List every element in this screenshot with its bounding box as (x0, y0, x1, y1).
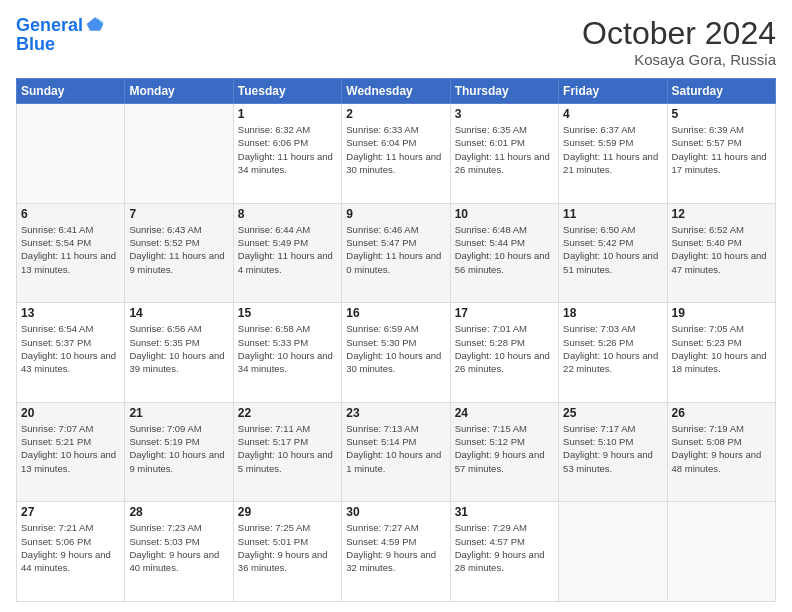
calendar-cell: 4Sunrise: 6:37 AMSunset: 5:59 PMDaylight… (559, 104, 667, 204)
day-number: 18 (563, 306, 662, 320)
day-info: Sunrise: 6:39 AMSunset: 5:57 PMDaylight:… (672, 123, 771, 176)
day-info: Sunrise: 7:03 AMSunset: 5:26 PMDaylight:… (563, 322, 662, 375)
day-info: Sunrise: 7:15 AMSunset: 5:12 PMDaylight:… (455, 422, 554, 475)
logo-icon (85, 14, 105, 34)
calendar-cell: 18Sunrise: 7:03 AMSunset: 5:26 PMDayligh… (559, 303, 667, 403)
day-info: Sunrise: 6:50 AMSunset: 5:42 PMDaylight:… (563, 223, 662, 276)
day-number: 5 (672, 107, 771, 121)
day-info: Sunrise: 6:43 AMSunset: 5:52 PMDaylight:… (129, 223, 228, 276)
day-number: 29 (238, 505, 337, 519)
col-tuesday: Tuesday (233, 79, 341, 104)
col-thursday: Thursday (450, 79, 558, 104)
day-number: 2 (346, 107, 445, 121)
day-info: Sunrise: 6:32 AMSunset: 6:06 PMDaylight:… (238, 123, 337, 176)
day-number: 21 (129, 406, 228, 420)
calendar-cell (559, 502, 667, 602)
day-number: 7 (129, 207, 228, 221)
day-number: 26 (672, 406, 771, 420)
calendar-body: 1Sunrise: 6:32 AMSunset: 6:06 PMDaylight… (17, 104, 776, 602)
col-monday: Monday (125, 79, 233, 104)
calendar-cell (17, 104, 125, 204)
day-number: 30 (346, 505, 445, 519)
col-sunday: Sunday (17, 79, 125, 104)
day-info: Sunrise: 6:48 AMSunset: 5:44 PMDaylight:… (455, 223, 554, 276)
calendar-cell: 1Sunrise: 6:32 AMSunset: 6:06 PMDaylight… (233, 104, 341, 204)
day-info: Sunrise: 6:59 AMSunset: 5:30 PMDaylight:… (346, 322, 445, 375)
day-info: Sunrise: 6:35 AMSunset: 6:01 PMDaylight:… (455, 123, 554, 176)
title-block: October 2024 Kosaya Gora, Russia (582, 16, 776, 68)
day-info: Sunrise: 7:29 AMSunset: 4:57 PMDaylight:… (455, 521, 554, 574)
calendar-cell: 9Sunrise: 6:46 AMSunset: 5:47 PMDaylight… (342, 203, 450, 303)
logo-general: General (16, 15, 83, 35)
day-info: Sunrise: 6:56 AMSunset: 5:35 PMDaylight:… (129, 322, 228, 375)
calendar-cell: 11Sunrise: 6:50 AMSunset: 5:42 PMDayligh… (559, 203, 667, 303)
calendar-cell: 28Sunrise: 7:23 AMSunset: 5:03 PMDayligh… (125, 502, 233, 602)
day-info: Sunrise: 7:13 AMSunset: 5:14 PMDaylight:… (346, 422, 445, 475)
day-number: 19 (672, 306, 771, 320)
location: Kosaya Gora, Russia (582, 51, 776, 68)
day-number: 23 (346, 406, 445, 420)
day-info: Sunrise: 7:07 AMSunset: 5:21 PMDaylight:… (21, 422, 120, 475)
day-number: 12 (672, 207, 771, 221)
day-info: Sunrise: 7:17 AMSunset: 5:10 PMDaylight:… (563, 422, 662, 475)
calendar-cell: 19Sunrise: 7:05 AMSunset: 5:23 PMDayligh… (667, 303, 775, 403)
calendar-cell (667, 502, 775, 602)
calendar-cell: 26Sunrise: 7:19 AMSunset: 5:08 PMDayligh… (667, 402, 775, 502)
day-number: 22 (238, 406, 337, 420)
day-info: Sunrise: 7:11 AMSunset: 5:17 PMDaylight:… (238, 422, 337, 475)
calendar-cell: 17Sunrise: 7:01 AMSunset: 5:28 PMDayligh… (450, 303, 558, 403)
calendar-cell: 21Sunrise: 7:09 AMSunset: 5:19 PMDayligh… (125, 402, 233, 502)
day-number: 8 (238, 207, 337, 221)
calendar-cell: 10Sunrise: 6:48 AMSunset: 5:44 PMDayligh… (450, 203, 558, 303)
day-number: 14 (129, 306, 228, 320)
day-info: Sunrise: 7:23 AMSunset: 5:03 PMDaylight:… (129, 521, 228, 574)
day-number: 16 (346, 306, 445, 320)
calendar-cell: 14Sunrise: 6:56 AMSunset: 5:35 PMDayligh… (125, 303, 233, 403)
day-number: 4 (563, 107, 662, 121)
calendar-week-5: 27Sunrise: 7:21 AMSunset: 5:06 PMDayligh… (17, 502, 776, 602)
day-info: Sunrise: 6:41 AMSunset: 5:54 PMDaylight:… (21, 223, 120, 276)
day-info: Sunrise: 6:54 AMSunset: 5:37 PMDaylight:… (21, 322, 120, 375)
day-info: Sunrise: 7:19 AMSunset: 5:08 PMDaylight:… (672, 422, 771, 475)
calendar-cell: 8Sunrise: 6:44 AMSunset: 5:49 PMDaylight… (233, 203, 341, 303)
calendar-cell: 3Sunrise: 6:35 AMSunset: 6:01 PMDaylight… (450, 104, 558, 204)
day-info: Sunrise: 7:21 AMSunset: 5:06 PMDaylight:… (21, 521, 120, 574)
day-info: Sunrise: 6:58 AMSunset: 5:33 PMDaylight:… (238, 322, 337, 375)
logo-blue: Blue (16, 34, 55, 55)
calendar-cell: 7Sunrise: 6:43 AMSunset: 5:52 PMDaylight… (125, 203, 233, 303)
day-info: Sunrise: 7:09 AMSunset: 5:19 PMDaylight:… (129, 422, 228, 475)
calendar-cell: 13Sunrise: 6:54 AMSunset: 5:37 PMDayligh… (17, 303, 125, 403)
day-number: 10 (455, 207, 554, 221)
calendar-cell: 6Sunrise: 6:41 AMSunset: 5:54 PMDaylight… (17, 203, 125, 303)
calendar-week-2: 6Sunrise: 6:41 AMSunset: 5:54 PMDaylight… (17, 203, 776, 303)
day-number: 31 (455, 505, 554, 519)
calendar-cell: 15Sunrise: 6:58 AMSunset: 5:33 PMDayligh… (233, 303, 341, 403)
calendar-header: Sunday Monday Tuesday Wednesday Thursday… (17, 79, 776, 104)
logo: General Blue (16, 16, 105, 55)
col-friday: Friday (559, 79, 667, 104)
day-number: 20 (21, 406, 120, 420)
day-number: 28 (129, 505, 228, 519)
calendar-cell: 27Sunrise: 7:21 AMSunset: 5:06 PMDayligh… (17, 502, 125, 602)
day-number: 3 (455, 107, 554, 121)
calendar-cell: 31Sunrise: 7:29 AMSunset: 4:57 PMDayligh… (450, 502, 558, 602)
day-info: Sunrise: 6:33 AMSunset: 6:04 PMDaylight:… (346, 123, 445, 176)
month-title: October 2024 (582, 16, 776, 51)
day-number: 17 (455, 306, 554, 320)
calendar-cell: 20Sunrise: 7:07 AMSunset: 5:21 PMDayligh… (17, 402, 125, 502)
day-number: 9 (346, 207, 445, 221)
calendar-cell: 30Sunrise: 7:27 AMSunset: 4:59 PMDayligh… (342, 502, 450, 602)
header-row: Sunday Monday Tuesday Wednesday Thursday… (17, 79, 776, 104)
day-info: Sunrise: 7:01 AMSunset: 5:28 PMDaylight:… (455, 322, 554, 375)
calendar-table: Sunday Monday Tuesday Wednesday Thursday… (16, 78, 776, 602)
page: General Blue October 2024 Kosaya Gora, R… (0, 0, 792, 612)
calendar-cell (125, 104, 233, 204)
calendar-week-3: 13Sunrise: 6:54 AMSunset: 5:37 PMDayligh… (17, 303, 776, 403)
calendar-week-1: 1Sunrise: 6:32 AMSunset: 6:06 PMDaylight… (17, 104, 776, 204)
day-info: Sunrise: 7:05 AMSunset: 5:23 PMDaylight:… (672, 322, 771, 375)
day-info: Sunrise: 6:44 AMSunset: 5:49 PMDaylight:… (238, 223, 337, 276)
calendar-cell: 22Sunrise: 7:11 AMSunset: 5:17 PMDayligh… (233, 402, 341, 502)
day-number: 27 (21, 505, 120, 519)
calendar-cell: 25Sunrise: 7:17 AMSunset: 5:10 PMDayligh… (559, 402, 667, 502)
header: General Blue October 2024 Kosaya Gora, R… (16, 16, 776, 68)
